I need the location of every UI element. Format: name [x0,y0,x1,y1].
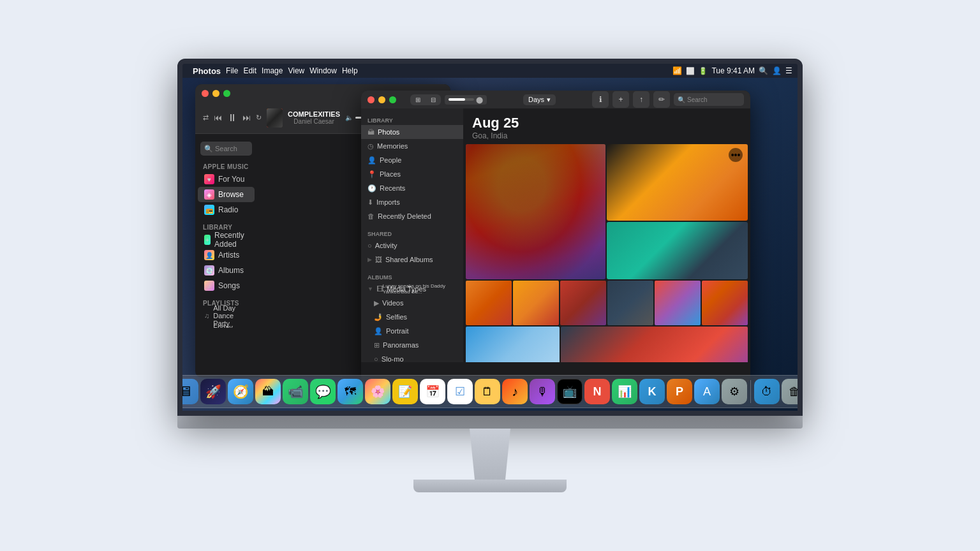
days-dropdown[interactable]: Days ▾ [523,94,556,105]
menu-extras-icon[interactable]: ☰ [785,66,792,75]
dock-podcasts[interactable]: 🎙 [530,379,555,404]
photo-sm-5[interactable] [655,281,701,325]
photo-dance[interactable] [466,327,560,362]
dock-screen-time[interactable]: ⏱ [754,379,780,404]
photo-sm-4[interactable] [607,281,653,325]
photo-sm-2[interactable] [513,281,559,325]
dock-news[interactable]: N [584,379,610,404]
sidebar-item-artists[interactable]: 👤 Artists [198,247,255,263]
photo-sm-1[interactable] [466,281,512,325]
sidebar-item-browse[interactable]: ◈ Browse [198,187,255,202]
ps-item-photos[interactable]: 🏔 Photos [361,125,463,139]
dock-trash[interactable]: 🗑 [782,379,798,404]
minimize-button[interactable] [212,90,219,97]
menu-help[interactable]: Help [342,66,358,75]
sidebar-item-recently-added[interactable]: + Recently Added [198,232,255,247]
album-art [267,108,283,128]
app-name[interactable]: Photos [193,66,221,76]
dock-numbers[interactable]: 📊 [612,379,637,404]
albums-section-header: Albums [361,270,463,282]
user-icon[interactable]: 👤 [772,66,782,75]
more-button[interactable]: ••• [729,148,743,162]
sidebar-item-foryou[interactable]: ♥ For You [198,172,255,187]
ps-item-activity[interactable]: ○ Activity [361,239,463,253]
photos-minimize-button[interactable] [378,96,385,103]
calendar-icon: 📅 [426,385,440,399]
dock-reminders[interactable]: ☑ [447,379,473,404]
photo-man-yellow[interactable]: ••• [607,144,748,221]
imports-icon: ⬇ [368,198,373,207]
ps-item-memories[interactable]: ◷ Memories [361,139,463,153]
dock-photos[interactable]: 🏔 [255,379,281,404]
ps-item-videos[interactable]: ▶ Videos [361,296,463,310]
photobooth-icon: 🌸 [371,385,385,399]
ps-item-shared-albums[interactable]: ▶ 🖼 Shared Albums [361,253,463,267]
photos-search[interactable]: 🔍 Search [674,93,744,106]
ps-item-imports[interactable]: ⬇ Imports [361,195,463,209]
dock-notes[interactable]: 📝 [392,379,418,404]
sidebar-item-playlist-1[interactable]: ♫ All Day Dance Party [198,308,255,323]
sidebar-item-playlist-2[interactable]: ♫ Friday Feeling [198,323,255,328]
menu-view[interactable]: View [288,66,304,75]
dock-pages[interactable]: P [667,379,692,404]
dock-maps[interactable]: 🗺 [338,379,363,404]
info-button[interactable]: ℹ [592,91,609,108]
dock-music[interactable]: ♪ [502,379,528,404]
ps-item-selfies[interactable]: 🤳 Selfies [361,310,463,324]
maximize-button[interactable] [223,90,230,97]
close-button[interactable] [202,90,209,97]
play-pause-icon[interactable]: ⏸ [227,112,237,124]
artists-icon: 👤 [204,250,214,260]
browse-icon: ◈ [204,189,214,200]
photo-woman-red[interactable] [561,327,748,362]
edit-button[interactable]: ✏ [653,91,670,108]
dock-messages[interactable]: 💬 [310,379,336,404]
ps-item-portrait[interactable]: 👤 Portrait [361,324,463,338]
progress-indicator: ⬤ [476,96,483,103]
ps-item-panoramas[interactable]: ⊞ Panoramas [361,338,463,352]
dock-keynote[interactable]: K [639,379,665,404]
dock-launchpad[interactable]: 🚀 [200,379,226,404]
sidebar-item-albums[interactable]: 💿 Albums [198,263,255,278]
photo-woman-teal[interactable] [607,222,748,279]
photo-sm-3[interactable] [560,281,606,325]
ps-item-slomo[interactable]: ○ Slo-mo [361,352,463,362]
ps-item-recents[interactable]: 🕐 Recents [361,181,463,195]
repeat-icon[interactable]: ↻ [256,114,262,122]
prev-icon[interactable]: ⏮ [214,113,222,122]
menu-image[interactable]: Image [262,66,283,75]
seg-btn-2[interactable]: ⊟ [426,94,441,105]
menu-file[interactable]: File [226,66,238,75]
search-icon: 🔍 [204,145,213,153]
apple-music-section: Apple Music [195,161,257,172]
dock-appstore[interactable]: A [694,379,720,404]
search-icon[interactable]: 🔍 [759,66,768,75]
photos-maximize-button[interactable] [389,96,396,103]
dock-stickies[interactable]: 🗒 [475,379,500,404]
dock-facetime[interactable]: 📹 [283,379,308,404]
dock-safari[interactable]: 🧭 [228,379,253,404]
add-to-album-button[interactable]: + [612,91,629,108]
slomo-icon: ○ [374,355,378,362]
menu-edit[interactable]: Edit [243,66,256,75]
next-icon[interactable]: ⏭ [242,113,251,122]
shuffle-icon[interactable]: ⇄ [203,114,209,122]
dock: 🖥 🚀 🧭 🏔 📹 💬 🗺 [182,375,798,408]
seg-btn-1[interactable]: ⊞ [410,94,426,105]
dock-system-prefs[interactable]: ⚙ [722,379,747,404]
dock-finder[interactable]: 🖥 [182,379,198,404]
music-search[interactable]: 🔍 Search [200,142,252,156]
dock-tv[interactable]: 📺 [557,379,583,404]
ps-item-people[interactable]: 👤 People [361,153,463,167]
sidebar-item-radio[interactable]: 📻 Radio [198,202,255,217]
menu-window[interactable]: Window [309,66,337,75]
ps-item-places[interactable]: 📍 Places [361,167,463,181]
dock-photo-booth[interactable]: 🌸 [365,379,390,404]
sidebar-item-songs[interactable]: ♪ Songs [198,278,255,293]
photo-sm-6[interactable] [702,281,748,325]
share-button[interactable]: ↑ [633,91,650,108]
photos-close-button[interactable] [368,96,375,103]
photo-main-large[interactable] [466,144,605,279]
dock-calendar[interactable]: 📅 [420,379,445,404]
ps-item-recently-deleted[interactable]: 🗑 Recently Deleted [361,209,463,223]
